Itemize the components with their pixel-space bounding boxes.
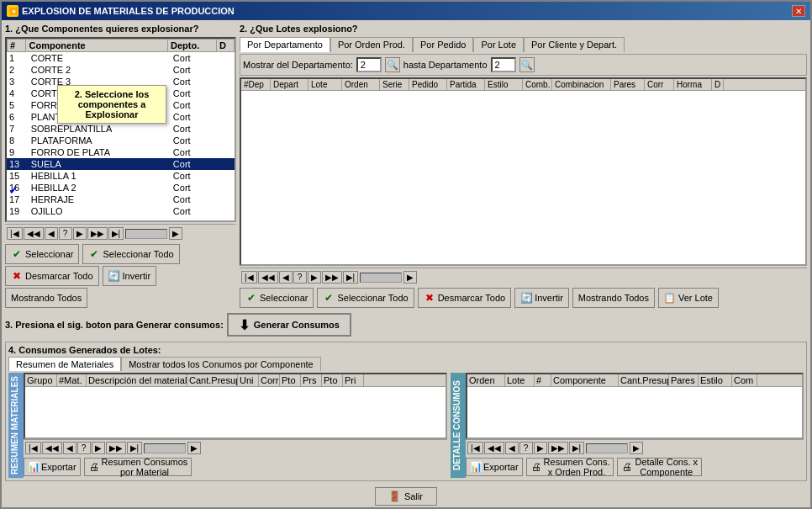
- nav-first[interactable]: |◀: [7, 227, 23, 240]
- filter-to-input[interactable]: [491, 57, 516, 72]
- list-dept: Cort: [171, 52, 218, 64]
- rn-last[interactable]: ▶|: [127, 442, 143, 454]
- nav-next[interactable]: ▶: [73, 227, 87, 240]
- rnav-next[interactable]: ▶: [308, 271, 321, 284]
- resumen-cons-orden-btn[interactable]: 🖨 Resumen Cons. x Orden Prod.: [526, 458, 614, 476]
- col-depto: Depto.: [168, 40, 217, 52]
- filter-from-input[interactable]: [356, 57, 382, 72]
- detalle-body[interactable]: [467, 387, 802, 437]
- detalle-scroll-h[interactable]: [586, 443, 628, 453]
- generar-consumos-btn[interactable]: ⬇ Generar Consumos: [227, 313, 351, 337]
- resumen-with-label: RESUMEN MATERIALES Grupo #Mat. Descripci…: [8, 373, 447, 478]
- close-button[interactable]: ✕: [792, 5, 805, 17]
- rn-prev[interactable]: ◀: [63, 442, 76, 454]
- sub-tab-resumen[interactable]: Resumen de Materiales: [8, 357, 121, 371]
- list-item[interactable]: 16 HEBILLA 2 Cort: [7, 182, 235, 194]
- right-scroll-right[interactable]: ▶: [403, 271, 417, 284]
- list-item[interactable]: 1 CORTE Cort: [7, 52, 235, 64]
- tab-por-departamento[interactable]: Por Departamento: [240, 37, 330, 52]
- rnav-prev[interactable]: ◀: [279, 271, 293, 284]
- list-item[interactable]: 15 HEBILLA 1 Cort: [7, 170, 235, 182]
- nav-last[interactable]: ▶|: [108, 227, 124, 240]
- detalle-scroll-right[interactable]: ▶: [630, 442, 643, 454]
- dn-first[interactable]: |◀: [467, 442, 483, 454]
- list-name: SUELA: [29, 158, 171, 170]
- right-scroll-track-h[interactable]: [360, 273, 402, 283]
- seleccionar-btn[interactable]: ✔ Seleccionar: [5, 244, 79, 264]
- resumen-consumos-btn[interactable]: 🖨 Resumen Consumos por Material: [84, 458, 192, 476]
- list-dept: Cort: [171, 76, 218, 87]
- list-item[interactable]: 13 SUELA Cort: [7, 158, 235, 170]
- rn-prev-far[interactable]: ◀◀: [42, 442, 62, 454]
- mostrando-todos-btn[interactable]: Mostrando Todos: [5, 288, 87, 308]
- list-item[interactable]: 9 FORRO DE PLATA Cort: [7, 146, 235, 158]
- rnav-first[interactable]: |◀: [241, 271, 257, 284]
- exportar-right-btn[interactable]: 📊 Exportar: [466, 458, 523, 476]
- nav-prev-far[interactable]: ◀◀: [24, 227, 44, 240]
- dn-last[interactable]: ▶|: [569, 442, 585, 454]
- list-scroll[interactable]: 1 CORTE Cort 2 CORTE 2 Cort 3 CORTE 3 Co…: [7, 52, 235, 220]
- nav-prev[interactable]: ◀: [45, 227, 58, 240]
- bottom-right-btns: 📊 Exportar 🖨 Resumen Cons. x Orden Prod.…: [466, 456, 804, 478]
- list-item[interactable]: 8 PLATAFORMA Cort: [7, 135, 235, 146]
- rnav-next-far[interactable]: ▶▶: [322, 271, 342, 284]
- list-dept: Cort: [171, 87, 218, 99]
- nav-next-far[interactable]: ▶▶: [87, 227, 108, 240]
- resumen-scroll-h[interactable]: [144, 443, 186, 453]
- tab-por-orden-prod[interactable]: Por Orden Prod.: [330, 37, 413, 52]
- seleccionar-todo-btn[interactable]: ✔ Seleccionar Todo: [82, 244, 179, 264]
- tab-por-cliente[interactable]: Por Cliente y Depart.: [524, 37, 625, 52]
- scroll-right[interactable]: ▶: [169, 227, 182, 240]
- rn-help[interactable]: ?: [77, 442, 91, 454]
- generar-icon: ⬇: [239, 319, 250, 331]
- list-item[interactable]: 17 HERRAJE Cort: [7, 194, 235, 205]
- list-name: HERRAJE: [29, 194, 171, 205]
- nav-help[interactable]: ?: [59, 227, 72, 240]
- list-d: [218, 182, 235, 194]
- right-grid-body[interactable]: [241, 91, 805, 200]
- resumen-scroll-right[interactable]: ▶: [187, 442, 201, 454]
- scroll-track-h[interactable]: [125, 229, 167, 239]
- search-to-btn[interactable]: 🔍: [519, 57, 535, 72]
- r-desmarcar-todo-btn[interactable]: ✖ Desmarcar Todo: [418, 288, 512, 308]
- detalle-cons-comp-btn[interactable]: 🖨 Detalle Cons. x Componente: [617, 458, 702, 476]
- tooltip: 2. Seleccione los componentes a Explosio…: [57, 85, 166, 124]
- list-item[interactable]: 2 CORTE 2 Cort: [7, 64, 235, 76]
- r-seleccionar-todo-btn[interactable]: ✔ Seleccionar Todo: [317, 288, 414, 308]
- list-item[interactable]: 19 OJILLO Cort: [7, 205, 235, 217]
- r-mostrando-todos-btn[interactable]: Mostrando Todos: [572, 288, 655, 308]
- dn-next-far[interactable]: ▶▶: [548, 442, 568, 454]
- r-uncheck-icon: ✖: [424, 292, 435, 304]
- list-item[interactable]: 7 SOBREPLANTILLA Cort: [7, 123, 235, 135]
- resumen-nav: |◀ ◀◀ ◀ ? ▶ ▶▶ ▶| ▶: [24, 439, 447, 456]
- uncheck-icon: ✖: [11, 270, 23, 282]
- rnav-prev-far[interactable]: ◀◀: [258, 271, 278, 284]
- r-invertir-btn[interactable]: 🔄 Invertir: [514, 288, 569, 308]
- left-list-nav: |◀ ◀◀ ◀ ? ▶ ▶▶ ▶| ▶: [5, 224, 236, 242]
- dh-lote: Lote: [505, 374, 535, 386]
- exportar-left-btn[interactable]: 📊 Exportar: [24, 458, 81, 476]
- tab-por-lote[interactable]: Por Lote: [473, 37, 524, 52]
- r-seleccionar-btn[interactable]: ✔ Seleccionar: [240, 288, 314, 308]
- rn-next-far[interactable]: ▶▶: [106, 442, 126, 454]
- search-from-btn[interactable]: 🔍: [385, 57, 400, 72]
- desmarcar-todo-btn[interactable]: ✖ Desmarcar Todo: [5, 266, 99, 286]
- invertir-btn[interactable]: 🔄 Invertir: [103, 266, 157, 286]
- tab-por-pedido[interactable]: Por Pedido: [413, 37, 473, 52]
- list-dept: Cort: [171, 123, 218, 135]
- dn-next[interactable]: ▶: [534, 442, 547, 454]
- left-panel: 1. ¿Que Componentes quieres explosionar?…: [5, 24, 236, 308]
- rnav-help[interactable]: ?: [293, 271, 307, 284]
- resumen-body[interactable]: [25, 387, 446, 437]
- window-title: EXPLOSION DE MATERIALES DE PRODUCCION: [22, 6, 235, 16]
- r-ver-lote-btn[interactable]: 📋 Ver Lote: [658, 288, 719, 308]
- rn-first[interactable]: |◀: [25, 442, 41, 454]
- dn-prev[interactable]: ◀: [505, 442, 519, 454]
- salir-btn[interactable]: 🚪 Salir: [375, 487, 437, 506]
- dn-help[interactable]: ?: [519, 442, 533, 454]
- dn-prev-far[interactable]: ◀◀: [484, 442, 504, 454]
- rnav-last[interactable]: ▶|: [343, 271, 359, 284]
- sub-tab-todos[interactable]: Mostrar todos los Conumos por Componente: [121, 357, 321, 371]
- rn-next[interactable]: ▶: [92, 442, 105, 454]
- list-num: 6: [7, 111, 29, 123]
